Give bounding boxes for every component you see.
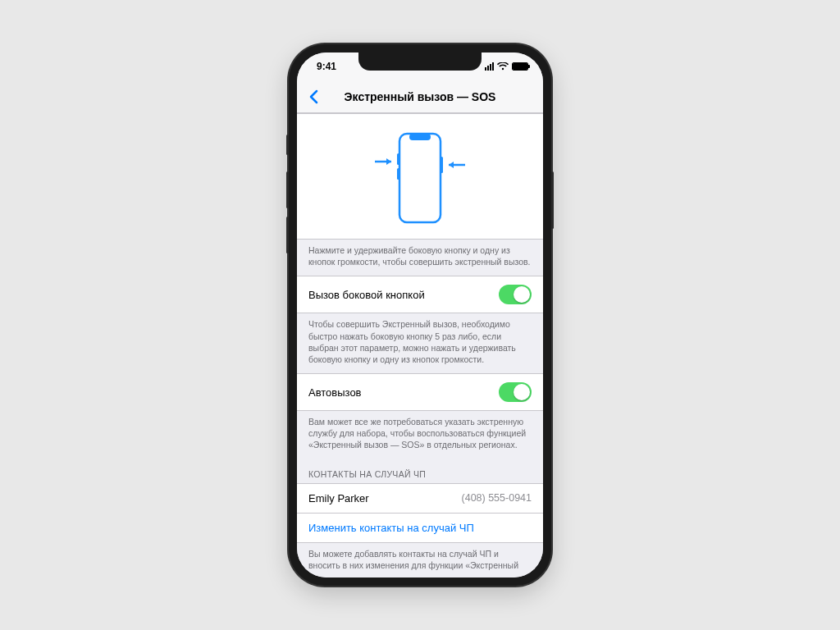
auto-call-label: Автовызов — [308, 386, 362, 399]
mute-switch — [286, 135, 289, 155]
side-button — [551, 171, 554, 229]
auto-call-footer: Вам может все же потребоваться указать э… — [297, 411, 543, 459]
volume-up-button — [286, 171, 289, 208]
svg-rect-3 — [397, 153, 399, 165]
svg-rect-2 — [441, 157, 443, 173]
edit-emergency-contacts-label: Изменить контакты на случай ЧП — [308, 522, 474, 534]
side-button-call-label: Вызов боковой кнопкой — [308, 289, 425, 301]
cellular-signal-icon — [485, 62, 494, 71]
battery-icon — [512, 62, 528, 71]
back-button[interactable] — [304, 89, 323, 104]
side-button-call-toggle[interactable] — [499, 285, 532, 304]
notch — [358, 52, 482, 71]
contacts-header: КОНТАКТЫ НА СЛУЧАЙ ЧП — [297, 459, 543, 483]
wifi-icon — [497, 62, 509, 71]
chevron-left-icon — [308, 89, 318, 104]
emergency-contact-name: Emily Parker — [308, 492, 369, 504]
volume-down-button — [286, 217, 289, 253]
svg-marker-8 — [449, 162, 454, 168]
emergency-contact-cell[interactable]: Emily Parker (408) 555-0941 — [297, 483, 543, 514]
status-indicators — [485, 62, 528, 71]
side-button-call-cell[interactable]: Вызов боковой кнопкой — [297, 276, 543, 313]
contacts-footer: Вы можете добавлять контакты на случай Ч… — [297, 543, 543, 578]
edit-emergency-contacts-cell[interactable]: Изменить контакты на случай ЧП — [297, 514, 543, 543]
nav-title: Экстренный вызов — SOS — [297, 90, 543, 103]
side-button-call-footer: Чтобы совершить Экстренный вызов, необхо… — [297, 313, 543, 373]
phone-press-illustration-icon — [358, 129, 482, 227]
nav-bar: Экстренный вызов — SOS — [297, 80, 543, 113]
svg-rect-1 — [409, 134, 431, 140]
screen: 9:41 Экстренный вызов — SOS — [297, 52, 543, 578]
svg-rect-4 — [397, 168, 399, 180]
sos-illustration — [297, 113, 543, 240]
settings-content[interactable]: Нажмите и удерживайте боковую кнопку и о… — [297, 113, 543, 578]
emergency-contact-phone: (408) 555-0941 — [462, 492, 532, 504]
svg-marker-6 — [386, 158, 391, 165]
phone-device: 9:41 Экстренный вызов — SOS — [289, 44, 551, 586]
auto-call-cell[interactable]: Автовызов — [297, 373, 543, 411]
svg-rect-0 — [399, 134, 441, 222]
auto-call-toggle[interactable] — [499, 382, 532, 402]
illustration-footer: Нажмите и удерживайте боковую кнопку и о… — [297, 240, 543, 276]
